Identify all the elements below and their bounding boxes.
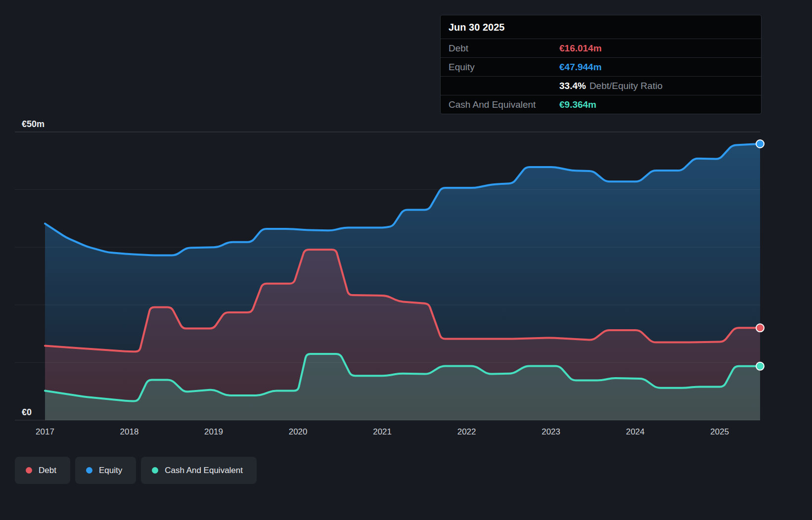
debt-equity-history-page: €50m€02017201820192020202120222023202420… xyxy=(0,0,812,520)
cash-endpoint-marker xyxy=(756,362,764,370)
x-axis-label-2024: 2024 xyxy=(626,427,645,436)
tooltip-equity-label: Equity xyxy=(449,61,559,73)
chart-legend: Debt Equity Cash And Equivalent xyxy=(15,457,257,484)
legend-item-cash[interactable]: Cash And Equivalent xyxy=(141,457,257,484)
x-axis-label-2017: 2017 xyxy=(36,427,54,436)
tooltip-cash-value: €9.364m xyxy=(559,99,753,110)
y-axis-label-50: €50m xyxy=(22,119,45,129)
x-axis-label-2019: 2019 xyxy=(204,427,223,436)
tooltip-row-equity: Equity €47.944m xyxy=(441,57,761,76)
tooltip-debt-label: Debt xyxy=(449,43,559,54)
equity-legend-dot-icon xyxy=(86,467,92,474)
legend-equity-label: Equity xyxy=(99,466,122,476)
x-axis-label-2025: 2025 xyxy=(710,427,729,436)
tooltip-row-ratio: 33.4%Debt/Equity Ratio xyxy=(441,76,761,95)
debt-legend-dot-icon xyxy=(26,467,32,474)
tooltip-equity-value: €47.944m xyxy=(559,61,753,73)
x-axis-label-2022: 2022 xyxy=(457,427,476,436)
cash-legend-dot-icon xyxy=(152,467,158,474)
tooltip-date: Jun 30 2025 xyxy=(441,15,761,39)
x-axis-label-2018: 2018 xyxy=(120,427,139,436)
chart-tooltip: Jun 30 2025 Debt €16.014m Equity €47.944… xyxy=(440,15,762,114)
tooltip-cash-label: Cash And Equivalent xyxy=(449,99,559,110)
x-axis-label-2023: 2023 xyxy=(541,427,560,436)
legend-debt-label: Debt xyxy=(39,466,56,476)
tooltip-ratio-value: 33.4% xyxy=(559,81,586,91)
tooltip-ratio: 33.4%Debt/Equity Ratio xyxy=(559,80,753,91)
equity-endpoint-marker xyxy=(756,140,764,148)
tooltip-row-cash: Cash And Equivalent €9.364m xyxy=(441,95,761,114)
tooltip-row-debt: Debt €16.014m xyxy=(441,39,761,57)
tooltip-debt-value: €16.014m xyxy=(559,43,753,54)
tooltip-ratio-label: Debt/Equity Ratio xyxy=(589,81,663,91)
debt-endpoint-marker xyxy=(756,324,764,332)
y-axis-label-0: €0 xyxy=(22,407,32,417)
legend-item-debt[interactable]: Debt xyxy=(15,457,70,484)
legend-item-equity[interactable]: Equity xyxy=(75,457,136,484)
legend-cash-label: Cash And Equivalent xyxy=(165,466,243,476)
x-axis-label-2021: 2021 xyxy=(373,427,392,436)
x-axis-label-2020: 2020 xyxy=(289,427,308,436)
